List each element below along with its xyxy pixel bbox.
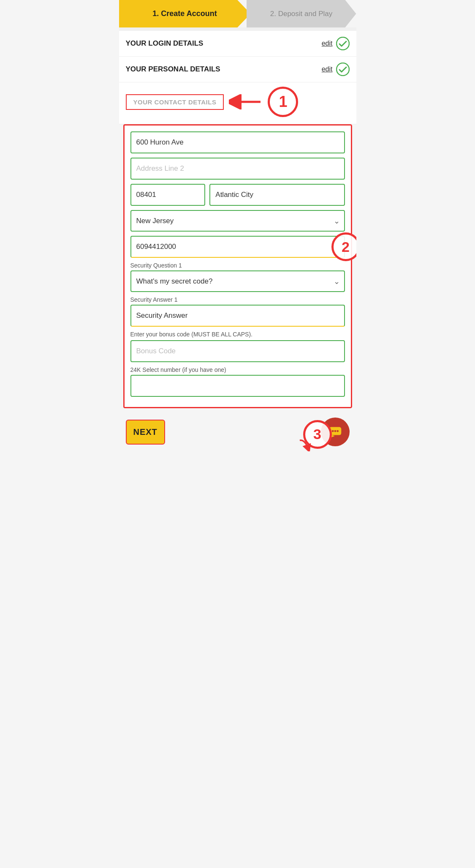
bonus-code-field xyxy=(130,340,345,362)
phone-input[interactable] xyxy=(130,236,345,258)
city-field xyxy=(209,184,345,206)
contact-section-header: YOUR CONTACT DETAILS 1 xyxy=(119,82,356,124)
security-question-select[interactable]: What's my secret code? What is your moth… xyxy=(130,270,345,292)
personal-checkmark-icon xyxy=(336,63,350,76)
select-number-input[interactable] xyxy=(130,375,345,397)
login-actions: edit xyxy=(322,37,350,50)
state-field: New Jersey New York Pennsylvania ⌄ xyxy=(130,210,345,232)
zip-field xyxy=(130,184,206,206)
select-number-field xyxy=(130,375,345,397)
step2-label: 2. Deposit and Play xyxy=(270,10,332,18)
bonus-note: Enter your bonus code (MUST BE ALL CAPS)… xyxy=(130,331,345,338)
annotation-circle-1: 1 xyxy=(268,87,298,117)
security-answer-field xyxy=(130,305,345,327)
state-select[interactable]: New Jersey New York Pennsylvania xyxy=(130,210,345,232)
bottom-bar: NEXT 3 xyxy=(119,412,356,451)
zip-input[interactable] xyxy=(130,184,206,206)
login-checkmark-icon xyxy=(336,37,350,50)
zip-city-row xyxy=(130,184,345,206)
personal-details-title: YOUR PERSONAL DETAILS xyxy=(126,65,220,74)
svg-point-1 xyxy=(337,63,349,76)
phone-field: 2 xyxy=(130,236,345,258)
annotation-arrow-1 xyxy=(229,94,263,109)
svg-point-5 xyxy=(337,430,339,432)
annotation-circle-2: 2 xyxy=(331,232,356,261)
security-question-field: What's my secret code? What is your moth… xyxy=(130,270,345,292)
select-number-label: 24K Select number (if you have one) xyxy=(130,366,345,373)
step-1-active[interactable]: 1. Create Account xyxy=(119,0,251,27)
city-input[interactable] xyxy=(209,184,345,206)
personal-edit-link[interactable]: edit xyxy=(322,66,333,73)
address1-field xyxy=(130,131,345,153)
personal-actions: edit xyxy=(322,63,350,76)
login-edit-link[interactable]: edit xyxy=(322,40,333,47)
address1-input[interactable] xyxy=(130,131,345,153)
security-answer-input[interactable] xyxy=(130,305,345,327)
svg-point-0 xyxy=(337,37,349,50)
security-answer-label: Security Answer 1 xyxy=(130,296,345,303)
next-button-wrapper: NEXT 3 xyxy=(126,420,316,445)
bonus-code-input[interactable] xyxy=(130,340,345,362)
step-2-inactive[interactable]: 2. Deposit and Play xyxy=(247,0,356,27)
step1-label: 1. Create Account xyxy=(152,9,217,18)
divider-1 xyxy=(119,27,356,31)
progress-bar: 1. Create Account 2. Deposit and Play xyxy=(119,0,356,27)
svg-point-3 xyxy=(331,430,334,432)
login-details-section: YOUR LOGIN DETAILS edit xyxy=(119,31,356,57)
personal-details-section: YOUR PERSONAL DETAILS edit xyxy=(119,57,356,82)
svg-point-4 xyxy=(334,430,336,432)
security-question-label: Security Question 1 xyxy=(130,262,345,269)
contact-details-label: YOUR CONTACT DETAILS xyxy=(126,94,224,110)
contact-form: New Jersey New York Pennsylvania ⌄ 2 Sec… xyxy=(123,124,352,408)
address2-field xyxy=(130,158,345,180)
login-details-title: YOUR LOGIN DETAILS xyxy=(126,39,204,48)
address2-input[interactable] xyxy=(130,158,345,180)
annotation-arrow-3 xyxy=(298,439,312,452)
next-button[interactable]: NEXT xyxy=(126,420,165,445)
contact-header-row: YOUR CONTACT DETAILS 1 xyxy=(126,87,350,117)
